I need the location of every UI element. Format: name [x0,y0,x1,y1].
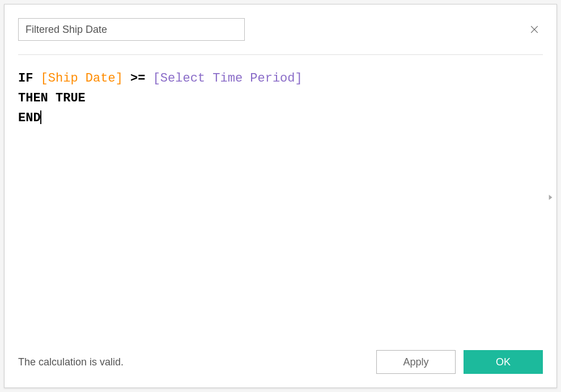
apply-button[interactable]: Apply [376,350,456,374]
boolean-true: TRUE [56,91,86,105]
formula-line: THEN TRUE [18,88,543,108]
formula-editor[interactable]: IF [Ship Date] >= [Select Time Period] T… [18,55,543,341]
parameter-ref-select-time-period: [Select Time Period] [153,71,303,86]
formula-line: IF [Ship Date] >= [Select Time Period] [18,69,543,88]
close-button[interactable] [526,21,543,38]
chevron-right-icon [546,193,554,201]
field-ref-ship-date: [Ship Date] [41,71,123,86]
keyword-if: IF [18,71,33,86]
keyword-end: END [18,111,41,125]
text-cursor [40,110,41,124]
formula-line: END [18,108,543,128]
keyword-then: THEN [18,91,48,105]
button-group: Apply OK [376,350,543,374]
dialog-footer: The calculation is valid. Apply OK [18,341,543,374]
expand-handle[interactable] [546,188,554,208]
calculated-field-dialog: IF [Ship Date] >= [Select Time Period] T… [4,4,557,388]
ok-button[interactable]: OK [464,350,543,374]
validation-status: The calculation is valid. [18,356,124,368]
dialog-header [18,18,543,55]
field-name-input[interactable] [18,18,245,41]
close-icon [529,24,540,35]
operator-gte: >= [130,71,145,86]
